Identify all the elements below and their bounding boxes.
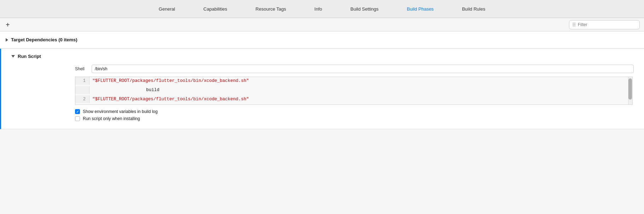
filter-box[interactable]: ☰ bbox=[569, 20, 640, 29]
shell-input[interactable] bbox=[92, 65, 634, 73]
filter-input[interactable] bbox=[578, 22, 637, 27]
env-vars-checkbox-row: Show environment variables in build log bbox=[75, 109, 638, 114]
install-only-label: Run script only when installing bbox=[83, 116, 140, 121]
tab-build-settings-label: Build Settings bbox=[350, 6, 379, 12]
line-number-2: 2 bbox=[75, 95, 90, 103]
shell-row: Shell bbox=[75, 65, 638, 73]
line-content-2: "$FLUTTER_ROOT/packages/flutter_tools/bi… bbox=[90, 95, 252, 103]
env-vars-label: Show environment variables in build log bbox=[83, 109, 157, 114]
tab-bar: General Capabilities Resource Tags Info … bbox=[0, 0, 644, 18]
tab-build-phases-label: Build Phases bbox=[407, 6, 434, 12]
tab-build-phases[interactable]: Build Phases bbox=[393, 0, 448, 18]
line-number-1: 1 bbox=[75, 77, 90, 85]
tab-capabilities-label: Capabilities bbox=[203, 6, 227, 12]
tab-resource-tags-label: Resource Tags bbox=[255, 6, 286, 12]
tab-info[interactable]: Info bbox=[300, 0, 337, 18]
install-only-checkbox[interactable] bbox=[75, 116, 80, 121]
tab-build-settings[interactable]: Build Settings bbox=[336, 0, 393, 18]
tab-info-label: Info bbox=[315, 6, 322, 12]
script-line-1: 1 "$FLUTTER_ROOT/packages/flutter_tools/… bbox=[75, 77, 632, 86]
add-button[interactable]: + bbox=[4, 20, 11, 29]
line-content-build: build bbox=[90, 86, 162, 94]
tab-capabilities[interactable]: Capabilities bbox=[189, 0, 241, 18]
tab-build-rules[interactable]: Build Rules bbox=[448, 0, 500, 18]
scrollbar-track[interactable] bbox=[628, 77, 632, 105]
tab-resource-tags[interactable]: Resource Tags bbox=[241, 0, 300, 18]
scrollbar-thumb[interactable] bbox=[628, 78, 632, 100]
run-script-label: Run Script bbox=[18, 54, 41, 59]
run-script-toggle[interactable]: Run Script bbox=[11, 54, 638, 59]
target-dependencies-label: Target Dependencies (0 items) bbox=[11, 37, 77, 42]
chevron-right-icon bbox=[6, 38, 8, 42]
script-line-2: 2 "$FLUTTER_ROOT/packages/flutter_tools/… bbox=[75, 95, 632, 105]
tab-general-label: General bbox=[159, 6, 175, 12]
toolbar: + ☰ bbox=[0, 18, 644, 31]
tab-build-rules-label: Build Rules bbox=[462, 6, 485, 12]
target-dependencies-header-row: Target Dependencies (0 items) bbox=[0, 31, 644, 48]
tab-general[interactable]: General bbox=[145, 0, 189, 18]
filter-icon: ☰ bbox=[572, 22, 576, 27]
chevron-down-icon bbox=[11, 55, 15, 58]
script-line-1b: build bbox=[75, 86, 632, 95]
content-area: Target Dependencies (0 items) Run Script… bbox=[0, 31, 644, 129]
target-dependencies-section: Target Dependencies (0 items) bbox=[0, 31, 644, 49]
env-vars-checkbox[interactable] bbox=[75, 109, 80, 114]
run-script-section: Run Script Shell 1 "$FLUTTER_ROOT/packag… bbox=[0, 49, 644, 129]
script-editor[interactable]: 1 "$FLUTTER_ROOT/packages/flutter_tools/… bbox=[75, 77, 633, 105]
install-only-checkbox-row: Run script only when installing bbox=[75, 116, 638, 121]
run-script-content: Run Script Shell 1 "$FLUTTER_ROOT/packag… bbox=[6, 49, 644, 129]
target-dependencies-toggle[interactable]: Target Dependencies (0 items) bbox=[6, 35, 638, 44]
line-number-blank bbox=[75, 86, 90, 94]
line-content-1: "$FLUTTER_ROOT/packages/flutter_tools/bi… bbox=[90, 77, 252, 85]
shell-label: Shell bbox=[75, 66, 87, 71]
toolbar-left: + bbox=[4, 20, 11, 29]
